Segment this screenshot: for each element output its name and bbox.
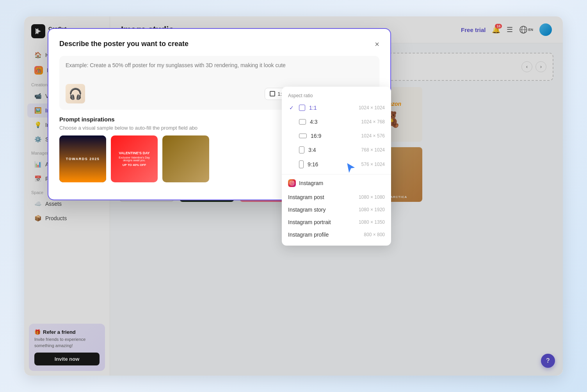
ratio-box-3-4 <box>299 146 304 153</box>
svg-marker-7 <box>347 162 356 174</box>
instagram-label: Instagram <box>299 180 323 186</box>
inspiration-card-hair[interactable] <box>162 135 209 182</box>
ratio-name-4-3: 4:3 <box>310 119 358 125</box>
insta-story-px: 1080 × 1920 <box>359 207 385 212</box>
insta-post-px: 1080 × 1080 <box>359 194 385 200</box>
aspect-option-1-1[interactable]: ✓ 1:1 1024 × 1024 <box>282 101 391 115</box>
modal-overlay: Describe the poster you want to create ×… <box>24 16 563 376</box>
aspect-option-16-9[interactable]: ✓ 16:9 1024 × 576 <box>282 129 391 143</box>
dialog-title: Describe the poster you want to create <box>59 40 189 48</box>
dropdown-section-label: Aspect ratio <box>282 91 391 101</box>
ratio-box-1-1 <box>299 105 305 111</box>
insp-discount: UP TO 40% OFF <box>115 163 154 167</box>
insta-post-label: Instagram post <box>288 194 359 200</box>
instagram-header: Instagram <box>288 179 385 187</box>
insta-portrait-px: 1080 × 1350 <box>359 219 385 225</box>
ratio-name-3-4: 3:4 <box>308 147 358 153</box>
insta-profile-px: 800 × 800 <box>364 232 385 237</box>
insp-sub-2: Exclusive Valentine's Day designs await … <box>115 156 154 162</box>
aspect-option-9-16[interactable]: ✓ 9:16 576 × 1024 <box>282 157 391 172</box>
aspect-ratio-dropdown: Aspect ratio ✓ 1:1 1024 × 1024 ✓ 4:3 102… <box>282 87 391 246</box>
ratio-box-9-16 <box>299 160 304 168</box>
svg-rect-4 <box>290 181 294 185</box>
inspiration-card-towards2025[interactable]: TOWARDS 2025 <box>59 135 106 182</box>
ratio-px-3-4: 768 × 1024 <box>361 147 385 153</box>
instagram-icon <box>288 179 296 187</box>
ratio-name-1-1: 1:1 <box>309 105 355 111</box>
aspect-option-3-4[interactable]: ✓ 3:4 768 × 1024 <box>282 143 391 157</box>
aspect-option-instagram-story[interactable]: Instagram story 1080 × 1920 <box>282 203 391 216</box>
check-icon: ✓ <box>288 104 295 111</box>
insta-story-label: Instagram story <box>288 207 359 213</box>
cursor-arrow <box>344 161 358 176</box>
aspect-option-instagram-profile[interactable]: Instagram profile 800 × 800 <box>282 228 391 241</box>
dialog-header: Describe the poster you want to create × <box>59 40 379 48</box>
ratio-px-1-1: 1024 × 1024 <box>359 105 385 110</box>
product-thumbnail: 🎧 <box>66 84 85 103</box>
aspect-option-instagram-post[interactable]: Instagram post 1080 × 1080 <box>282 191 391 203</box>
insta-portrait-label: Instagram portrait <box>288 219 359 225</box>
inspiration-card-valentines[interactable]: VALENTINE'S DAY Exclusive Valentine's Da… <box>111 135 158 182</box>
svg-point-5 <box>291 182 293 184</box>
ratio-px-4-3: 1024 × 768 <box>361 119 385 125</box>
ratio-box-4-3 <box>299 119 306 125</box>
aspect-icon <box>270 91 275 96</box>
aspect-option-4-3[interactable]: ✓ 4:3 1024 × 768 <box>282 115 391 129</box>
ratio-box-16-9 <box>299 134 307 138</box>
aspect-option-instagram-portrait[interactable]: Instagram portrait 1080 × 1350 <box>282 216 391 228</box>
insta-profile-label: Instagram profile <box>288 232 364 238</box>
dropdown-divider <box>282 174 391 175</box>
ratio-px-9-16: 576 × 1024 <box>361 162 385 167</box>
close-dialog-button[interactable]: × <box>375 40 379 48</box>
insp-text-2: VALENTINE'S DAY <box>115 151 154 155</box>
svg-point-6 <box>293 182 294 183</box>
instagram-section: Instagram <box>282 177 391 191</box>
ratio-name-16-9: 16:9 <box>311 133 358 139</box>
prompt-input[interactable] <box>66 62 373 78</box>
ratio-px-16-9: 1024 × 576 <box>361 133 385 139</box>
insp-text-1: TOWARDS 2025 <box>62 157 103 161</box>
